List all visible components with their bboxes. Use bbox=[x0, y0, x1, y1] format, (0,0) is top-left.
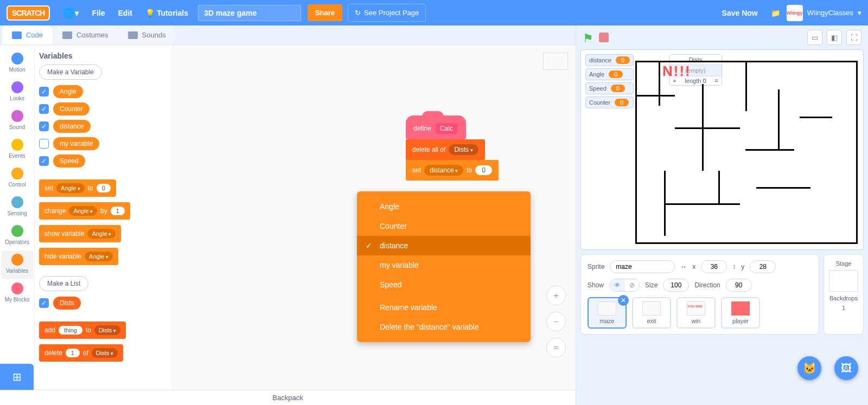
variable-reporter[interactable]: Speed bbox=[53, 155, 85, 168]
add-sprite-button[interactable]: 🐱 bbox=[797, 356, 821, 380]
backpack-bar[interactable]: Backpack bbox=[0, 390, 576, 405]
category-variables[interactable]: Variables bbox=[1, 250, 34, 279]
tutorials-button[interactable]: 💡 Tutorials bbox=[139, 0, 195, 25]
show-visible[interactable]: 👁 bbox=[610, 279, 625, 291]
fullscreen-button[interactable]: ⛶ bbox=[846, 30, 861, 45]
delete-of-list-block[interactable]: delete 1 of Dists bbox=[39, 344, 123, 362]
list-reporter[interactable]: Dists bbox=[53, 297, 81, 310]
language-menu[interactable]: 🌐 ▾ bbox=[56, 0, 85, 25]
tab-code[interactable]: Code bbox=[2, 25, 53, 44]
del-list-dropdown[interactable]: Dists bbox=[92, 348, 118, 358]
stage-panel[interactable]: Stage Backdrops 1 bbox=[824, 254, 864, 335]
dropdown-item[interactable]: Angle bbox=[357, 197, 531, 216]
project-title-input[interactable] bbox=[198, 5, 301, 21]
set-var-dropdown[interactable]: Angle bbox=[56, 183, 85, 193]
category-myblocks[interactable]: My Blocks bbox=[1, 279, 34, 308]
stop-button[interactable] bbox=[599, 33, 609, 42]
maze-sprite[interactable] bbox=[635, 61, 858, 244]
category-motion[interactable]: Motion bbox=[1, 49, 34, 78]
sprite-tile-exit[interactable]: exit bbox=[632, 297, 671, 329]
category-sensing[interactable]: Sensing bbox=[1, 193, 34, 222]
tab-sounds[interactable]: Sounds bbox=[118, 25, 176, 44]
sprite-x-input[interactable] bbox=[701, 260, 727, 273]
category-control[interactable]: Control bbox=[1, 164, 34, 193]
hide-variable-block[interactable]: hide variable Angle bbox=[39, 248, 118, 265]
account-menu[interactable]: Wiingy WiingyClasses ▾ bbox=[787, 5, 861, 21]
script-stack[interactable]: define Calc delete all of Dists set dist… bbox=[406, 115, 499, 181]
change-var-dropdown[interactable]: Angle bbox=[69, 206, 97, 216]
sprite-direction-input[interactable] bbox=[726, 279, 752, 292]
zoom-in-button[interactable]: ＋ bbox=[546, 286, 566, 305]
make-variable-button[interactable]: Make a Variable bbox=[39, 65, 102, 80]
sprite-tile-win[interactable]: YOU WIN! win bbox=[676, 297, 716, 329]
variable-monitor[interactable]: Angle0 bbox=[585, 68, 634, 80]
category-sound[interactable]: Sound bbox=[1, 107, 34, 136]
edit-menu[interactable]: Edit bbox=[112, 0, 139, 25]
show-hidden[interactable]: ⊘ bbox=[625, 279, 639, 291]
variable-monitor[interactable]: Speed0 bbox=[585, 82, 634, 94]
category-operators[interactable]: Operators bbox=[1, 222, 34, 250]
set-distance-dropdown[interactable]: distance bbox=[424, 165, 463, 176]
set-distance-block[interactable]: set distance to 0 bbox=[406, 160, 499, 181]
variable-monitor[interactable]: distance0 bbox=[585, 54, 634, 66]
dropdown-item[interactable]: distance bbox=[357, 236, 531, 255]
dropdown-item[interactable]: Speed bbox=[357, 275, 531, 294]
visibility-toggle[interactable]: 👁 ⊘ bbox=[609, 279, 640, 292]
stage-small-button[interactable]: ▭ bbox=[807, 30, 822, 45]
dropdown-item[interactable]: Counter bbox=[357, 216, 531, 236]
delete-all-block[interactable]: delete all of Dists bbox=[406, 139, 485, 160]
set-value-input[interactable]: 0 bbox=[97, 184, 111, 192]
variable-checkbox[interactable]: ✓ bbox=[39, 121, 49, 131]
file-menu[interactable]: File bbox=[85, 0, 111, 25]
change-variable-block[interactable]: change Angle by 1 bbox=[39, 202, 130, 220]
define-hat-block[interactable]: define Calc bbox=[406, 115, 466, 139]
sprite-y-input[interactable] bbox=[750, 260, 776, 273]
add-to-list-block[interactable]: add thing to Dists bbox=[39, 322, 126, 339]
scratch-logo[interactable]: SCRATCH bbox=[7, 5, 50, 21]
variable-reporter[interactable]: Angle bbox=[53, 85, 83, 98]
variable-checkbox[interactable]: ✓ bbox=[39, 104, 49, 114]
add-list-dropdown[interactable]: Dists bbox=[94, 325, 120, 335]
green-flag-button[interactable]: ⚑ bbox=[583, 31, 595, 43]
delete-all-list-dropdown[interactable]: Dists bbox=[449, 144, 478, 155]
tab-costumes[interactable]: Costumes bbox=[53, 25, 118, 44]
category-events[interactable]: Events bbox=[1, 136, 34, 164]
add-backdrop-button[interactable]: 🖼 bbox=[834, 356, 858, 380]
variable-checkbox[interactable]: ✓ bbox=[39, 87, 49, 97]
dropdown-item[interactable]: my variable bbox=[357, 255, 531, 275]
list-checkbox[interactable]: ✓ bbox=[39, 298, 49, 308]
hide-var-dropdown[interactable]: Angle bbox=[85, 252, 113, 261]
category-looks[interactable]: Looks bbox=[1, 78, 34, 107]
stage-thumbnail[interactable] bbox=[829, 270, 858, 292]
delete-sprite-button[interactable]: ✕ bbox=[618, 295, 629, 306]
delete-variable-item[interactable]: Delete the "distance" variable bbox=[357, 317, 531, 337]
make-list-button[interactable]: Make a List bbox=[39, 276, 88, 291]
variable-checkbox[interactable] bbox=[39, 139, 49, 149]
add-value-input[interactable]: thing bbox=[59, 326, 82, 335]
stage[interactable]: distance0Angle0Speed0Counter0 Dists (emp… bbox=[580, 49, 864, 250]
show-var-dropdown[interactable]: Angle bbox=[87, 229, 116, 239]
stage-large-button[interactable]: ◧ bbox=[827, 30, 842, 45]
save-now-button[interactable]: Save Now bbox=[716, 0, 764, 25]
variable-monitor[interactable]: Counter0 bbox=[585, 97, 634, 108]
show-variable-block[interactable]: show variable Angle bbox=[39, 225, 121, 242]
sprite-tile-maze[interactable]: ✕ maze bbox=[588, 297, 627, 329]
script-workspace[interactable]: define Calc delete all of Dists set dist… bbox=[173, 45, 576, 390]
zoom-out-button[interactable]: － bbox=[546, 312, 566, 331]
set-variable-block[interactable]: set Angle to 0 bbox=[39, 179, 116, 197]
zoom-reset-button[interactable]: ＝ bbox=[546, 338, 566, 357]
variable-reporter[interactable]: my variable bbox=[53, 137, 99, 150]
del-index-input[interactable]: 1 bbox=[66, 349, 80, 357]
rename-variable-item[interactable]: Rename variable bbox=[357, 298, 531, 317]
mystuff-button[interactable]: 📁 bbox=[764, 0, 787, 25]
set-distance-value[interactable]: 0 bbox=[475, 165, 492, 175]
sprite-size-input[interactable] bbox=[663, 279, 689, 292]
share-button[interactable]: Share bbox=[308, 4, 342, 21]
sprite-tile-player[interactable]: player bbox=[721, 297, 760, 329]
variable-checkbox[interactable]: ✓ bbox=[39, 156, 49, 166]
sprite-name-input[interactable] bbox=[610, 260, 675, 273]
see-project-page-button[interactable]: ↻See Project Page bbox=[348, 4, 426, 22]
variable-reporter[interactable]: Counter bbox=[53, 102, 90, 115]
variable-reporter[interactable]: distance bbox=[53, 120, 91, 133]
change-value-input[interactable]: 1 bbox=[111, 207, 125, 215]
